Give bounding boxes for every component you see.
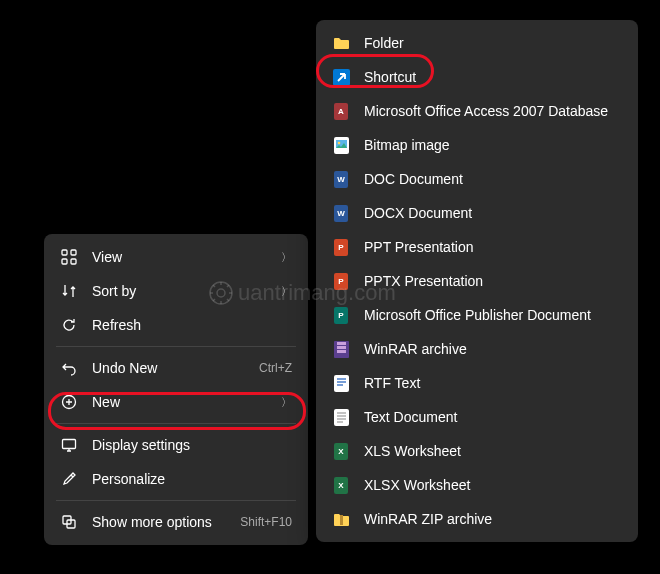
menu-item-new[interactable]: New 〉 — [48, 385, 304, 419]
xls-icon: X — [332, 442, 350, 460]
submenu-item-label: PPTX Presentation — [364, 273, 622, 289]
submenu-item-zip[interactable]: WinRAR ZIP archive — [320, 502, 634, 536]
submenu-item-xlsx[interactable]: XXLSX Worksheet — [320, 468, 634, 502]
menu-divider — [56, 500, 296, 501]
new-submenu: FolderShortcutAMicrosoft Office Access 2… — [316, 20, 638, 542]
submenu-item-label: Text Document — [364, 409, 622, 425]
menu-item-display-settings[interactable]: Display settings — [48, 428, 304, 462]
submenu-item-label: DOC Document — [364, 171, 622, 187]
bitmap-icon — [332, 136, 350, 154]
folder-icon — [332, 34, 350, 52]
menu-item-undo-new[interactable]: Undo New Ctrl+Z — [48, 351, 304, 385]
menu-label: View — [92, 249, 273, 265]
submenu-item-xls[interactable]: XXLS Worksheet — [320, 434, 634, 468]
submenu-item-access[interactable]: AMicrosoft Office Access 2007 Database — [320, 94, 634, 128]
submenu-item-ppt[interactable]: PPPT Presentation — [320, 230, 634, 264]
menu-item-show-more[interactable]: Show more options Shift+F10 — [48, 505, 304, 539]
menu-label: New — [92, 394, 273, 410]
submenu-item-label: WinRAR archive — [364, 341, 622, 357]
txt-icon — [332, 408, 350, 426]
display-icon — [60, 436, 78, 454]
rtf-icon — [332, 374, 350, 392]
menu-divider — [56, 346, 296, 347]
menu-item-refresh[interactable]: Refresh — [48, 308, 304, 342]
submenu-item-label: XLS Worksheet — [364, 443, 622, 459]
show-more-icon — [60, 513, 78, 531]
submenu-item-pptx[interactable]: PPPTX Presentation — [320, 264, 634, 298]
submenu-item-folder[interactable]: Folder — [320, 26, 634, 60]
svg-rect-16 — [334, 375, 349, 392]
submenu-item-label: XLSX Worksheet — [364, 477, 622, 493]
personalize-icon — [60, 470, 78, 488]
menu-label: Display settings — [92, 437, 292, 453]
submenu-item-label: DOCX Document — [364, 205, 622, 221]
submenu-item-label: Bitmap image — [364, 137, 622, 153]
submenu-item-rar[interactable]: WinRAR archive — [320, 332, 634, 366]
submenu-item-bitmap[interactable]: Bitmap image — [320, 128, 634, 162]
menu-label: Undo New — [92, 360, 259, 376]
submenu-item-docx[interactable]: WDOCX Document — [320, 196, 634, 230]
chevron-right-icon: 〉 — [281, 284, 292, 299]
menu-shortcut: Ctrl+Z — [259, 361, 292, 375]
shortcut-icon — [332, 68, 350, 86]
submenu-item-label: Shortcut — [364, 69, 622, 85]
menu-label: Refresh — [92, 317, 292, 333]
submenu-item-label: Microsoft Office Access 2007 Database — [364, 103, 622, 119]
svg-rect-0 — [62, 250, 67, 255]
menu-label: Personalize — [92, 471, 292, 487]
rar-icon — [332, 340, 350, 358]
submenu-item-doc[interactable]: WDOC Document — [320, 162, 634, 196]
undo-icon — [60, 359, 78, 377]
svg-rect-14 — [337, 346, 346, 349]
view-icon — [60, 248, 78, 266]
submenu-item-label: Microsoft Office Publisher Document — [364, 307, 622, 323]
svg-rect-1 — [71, 250, 76, 255]
svg-rect-18 — [340, 515, 343, 525]
xlsx-icon: X — [332, 476, 350, 494]
chevron-right-icon: 〉 — [281, 250, 292, 265]
svg-rect-5 — [63, 440, 76, 449]
svg-point-11 — [337, 141, 340, 144]
submenu-item-label: WinRAR ZIP archive — [364, 511, 622, 527]
svg-rect-3 — [71, 259, 76, 264]
submenu-item-txt[interactable]: Text Document — [320, 400, 634, 434]
menu-label: Sort by — [92, 283, 273, 299]
publisher-icon: P — [332, 306, 350, 324]
submenu-item-publisher[interactable]: PMicrosoft Office Publisher Document — [320, 298, 634, 332]
menu-item-view[interactable]: View 〉 — [48, 240, 304, 274]
chevron-right-icon: 〉 — [281, 395, 292, 410]
docx-icon: W — [332, 204, 350, 222]
svg-rect-15 — [337, 350, 346, 353]
submenu-item-label: Folder — [364, 35, 622, 51]
desktop-context-menu: View 〉 Sort by 〉 Refresh Undo New Ctrl+Z — [44, 234, 308, 545]
menu-item-sort-by[interactable]: Sort by 〉 — [48, 274, 304, 308]
sort-icon — [60, 282, 78, 300]
doc-icon: W — [332, 170, 350, 188]
menu-label: Show more options — [92, 514, 240, 530]
svg-rect-13 — [337, 342, 346, 345]
zip-icon — [332, 510, 350, 528]
submenu-item-shortcut[interactable]: Shortcut — [320, 60, 634, 94]
pptx-icon: P — [332, 272, 350, 290]
submenu-item-label: PPT Presentation — [364, 239, 622, 255]
menu-item-personalize[interactable]: Personalize — [48, 462, 304, 496]
svg-rect-17 — [334, 409, 349, 426]
new-icon — [60, 393, 78, 411]
refresh-icon — [60, 316, 78, 334]
submenu-item-label: RTF Text — [364, 375, 622, 391]
svg-rect-2 — [62, 259, 67, 264]
submenu-item-rtf[interactable]: RTF Text — [320, 366, 634, 400]
access-icon: A — [332, 102, 350, 120]
menu-shortcut: Shift+F10 — [240, 515, 292, 529]
ppt-icon: P — [332, 238, 350, 256]
menu-divider — [56, 423, 296, 424]
